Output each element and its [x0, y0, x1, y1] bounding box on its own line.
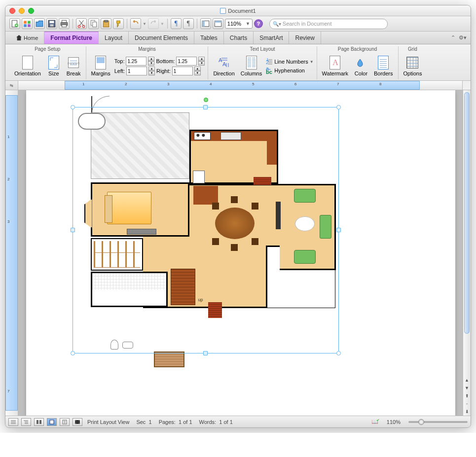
- print-button[interactable]: [59, 18, 70, 29]
- ribbon: Page Setup Orientation Size Break Margin…: [5, 44, 471, 81]
- work-area: 1 2 3 7: [5, 90, 471, 416]
- spell-check-icon[interactable]: 📖✔: [371, 419, 382, 425]
- line-numbers-button[interactable]: 12Line Numbers ▼: [266, 58, 313, 65]
- margin-top-stepper[interactable]: ▲▼: [148, 57, 154, 66]
- undo-button[interactable]: [130, 18, 141, 29]
- status-bar: Print Layout View Sec 1 Pages: 1 of 1 Wo…: [5, 416, 471, 427]
- resize-handle-br[interactable]: [336, 351, 341, 355]
- home-icon: [16, 35, 22, 40]
- app-window: Document1 ▼ ▼ ¶ ¶ 110%▼ ? 🔍▾ Search in D…: [5, 5, 471, 428]
- scrollbar-thumb[interactable]: [464, 92, 470, 334]
- image-selection-frame[interactable]: [73, 107, 339, 353]
- columns-button[interactable]: Columns: [239, 55, 264, 77]
- show-all-button[interactable]: ¶: [183, 18, 194, 29]
- ruler-corner[interactable]: ↹: [5, 81, 18, 90]
- margins-button[interactable]: Margins: [89, 55, 112, 77]
- orientation-button[interactable]: Orientation: [12, 55, 43, 77]
- zoom-slider[interactable]: [408, 421, 468, 423]
- tab-review[interactable]: Review: [289, 32, 321, 44]
- zoom-slider-knob[interactable]: [418, 419, 424, 425]
- watermark-button[interactable]: AWatermark: [320, 55, 350, 77]
- redo-button[interactable]: [148, 18, 159, 29]
- margin-bottom-stepper[interactable]: ▲▼: [198, 57, 205, 66]
- margin-bottom-input[interactable]: 1.25: [176, 57, 197, 66]
- new-document-button[interactable]: [9, 18, 20, 29]
- sidebar-toggle-button[interactable]: [200, 18, 211, 29]
- status-section: Sec 1: [134, 419, 153, 425]
- ribbon-tabs: Home Format Picture Layout Document Elem…: [5, 32, 471, 44]
- view-publishing-button[interactable]: [34, 418, 44, 426]
- help-button[interactable]: ?: [254, 19, 263, 28]
- margin-right-stepper[interactable]: ▲▼: [194, 67, 201, 75]
- tab-document-elements[interactable]: Document Elements: [129, 32, 194, 44]
- view-fullscreen-button[interactable]: [73, 418, 82, 426]
- tab-format-picture[interactable]: Format Picture: [44, 32, 99, 44]
- svg-rect-15: [93, 22, 97, 27]
- view-notebook-button[interactable]: [60, 418, 70, 426]
- search-input[interactable]: 🔍▾ Search in Document: [269, 19, 388, 29]
- browse-object-button[interactable]: ◦: [463, 400, 471, 408]
- margin-top-input[interactable]: 1.25: [126, 57, 146, 66]
- view-outline-button[interactable]: [21, 418, 31, 426]
- margin-left-stepper[interactable]: ▲▼: [148, 67, 155, 75]
- margin-right-input[interactable]: 1: [172, 67, 193, 75]
- rotate-handle[interactable]: [204, 98, 208, 102]
- save-button[interactable]: [46, 18, 57, 29]
- document-canvas[interactable]: up: [18, 90, 463, 416]
- cut-button[interactable]: [76, 18, 87, 29]
- resize-handle-tm[interactable]: [203, 105, 208, 109]
- hyphenation-button[interactable]: a-bcHyphenation: [266, 67, 313, 74]
- tab-home[interactable]: Home: [10, 32, 44, 44]
- svg-rect-19: [202, 21, 205, 26]
- tab-smartart[interactable]: SmartArt: [254, 32, 289, 44]
- resize-handle-tl[interactable]: [71, 105, 75, 109]
- borders-button[interactable]: Borders: [372, 55, 395, 77]
- svg-rect-7: [50, 21, 54, 23]
- vertical-ruler[interactable]: 1 2 3 7: [5, 90, 18, 416]
- break-button[interactable]: Break: [65, 55, 83, 77]
- resize-handle-mr[interactable]: [336, 228, 341, 232]
- show-formatting-button[interactable]: ¶: [171, 18, 182, 29]
- resize-handle-ml[interactable]: [71, 228, 75, 232]
- tab-tables[interactable]: Tables: [194, 32, 224, 44]
- horizontal-ruler[interactable]: 1 2 3 4 5 6 7 8: [18, 81, 463, 90]
- zoom-window-button[interactable]: [28, 8, 34, 14]
- margin-left-input[interactable]: 1: [126, 67, 147, 75]
- scroll-down-button[interactable]: ▼: [463, 384, 471, 392]
- copy-button[interactable]: [88, 18, 99, 29]
- zoom-dropdown[interactable]: 110%▼: [225, 19, 253, 29]
- open-button[interactable]: [34, 18, 45, 29]
- resize-handle-tr[interactable]: [336, 105, 341, 109]
- grid-options-button[interactable]: Options: [402, 55, 424, 77]
- svg-rect-11: [62, 25, 67, 27]
- vertical-scrollbar[interactable]: ▲ ▼ ⬆ ◦ ⬇: [463, 90, 471, 416]
- resize-handle-bl[interactable]: [71, 351, 75, 355]
- prev-page-button[interactable]: ⬆: [463, 392, 471, 400]
- paste-button[interactable]: [101, 18, 111, 29]
- resize-handle-bm[interactable]: [203, 351, 208, 355]
- next-page-button[interactable]: ⬇: [463, 408, 471, 416]
- size-button[interactable]: Size: [45, 55, 63, 77]
- view-print-layout-button[interactable]: [47, 418, 57, 426]
- tab-charts[interactable]: Charts: [224, 32, 254, 44]
- ribbon-collapse-button[interactable]: ⌃: [448, 32, 458, 44]
- document-title: Document1: [5, 7, 471, 14]
- view-draft-button[interactable]: [8, 418, 18, 426]
- svg-rect-9: [62, 20, 67, 23]
- ribbon-options-button[interactable]: ⚙▾: [458, 32, 468, 44]
- page-color-button[interactable]: Color: [352, 55, 370, 77]
- svg-rect-3: [28, 21, 31, 24]
- templates-button[interactable]: [22, 18, 33, 29]
- direction-button[interactable]: AADirection: [211, 55, 236, 77]
- status-words[interactable]: Words: 1 of 1: [197, 419, 235, 425]
- search-placeholder: Search in Document: [283, 21, 332, 27]
- svg-text:bc: bc: [266, 69, 272, 74]
- gallery-toggle-button[interactable]: [213, 18, 223, 29]
- status-zoom[interactable]: 110%: [385, 419, 403, 425]
- close-window-button[interactable]: [9, 8, 15, 14]
- status-pages[interactable]: Pages: 1 of 1: [157, 419, 194, 425]
- format-painter-button[interactable]: [113, 18, 124, 29]
- tab-layout[interactable]: Layout: [99, 32, 129, 44]
- scroll-up-button[interactable]: ▲: [463, 376, 471, 384]
- minimize-window-button[interactable]: [19, 8, 25, 14]
